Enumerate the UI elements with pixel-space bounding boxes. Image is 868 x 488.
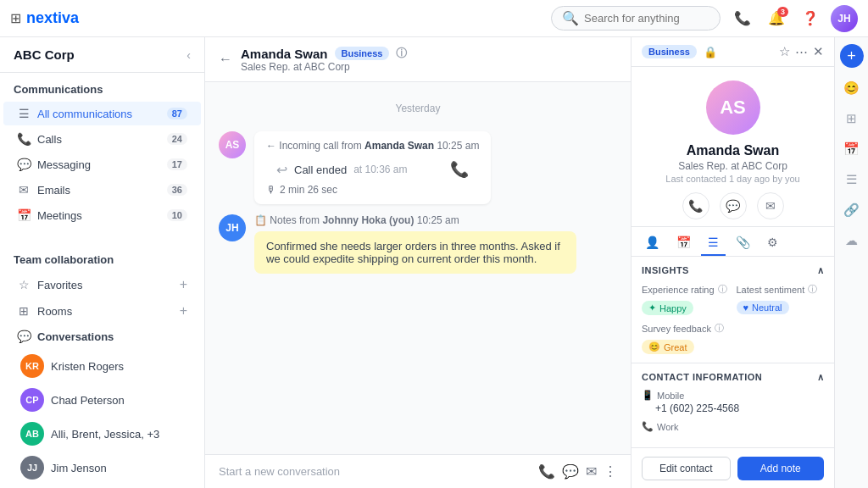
footer-phone-icon[interactable]: 📞	[538, 463, 555, 480]
footer-more-icon[interactable]: ⋮	[604, 463, 617, 480]
contact-full-name: Amanda Swan	[687, 143, 779, 158]
rail-add-btn[interactable]: +	[840, 44, 864, 68]
communications-section-title: Communications	[0, 73, 204, 101]
chat-input-placeholder[interactable]: Start a new conversation	[219, 465, 531, 478]
sidebar: ABC Corp ‹ Communications ☰ All communic…	[0, 37, 205, 488]
call-ended-row: ↩ Call ended at 10:36 am 📞	[266, 155, 479, 184]
sidebar-item-favorites[interactable]: ☆ Favorites +	[3, 272, 201, 297]
close-panel-btn[interactable]: ✕	[813, 44, 824, 59]
info-icon[interactable]: ⓘ	[396, 46, 407, 61]
emails-icon: ✉	[17, 183, 31, 197]
search-input[interactable]	[584, 12, 703, 25]
help-btn[interactable]: ❓	[797, 5, 824, 32]
tab-calendar[interactable]: 📅	[670, 230, 698, 256]
note-bubble: 📋 Notes from Johnny Hoka (you) 10:25 am …	[254, 214, 576, 274]
add-note-btn[interactable]: Add note	[737, 457, 825, 480]
sidebar-item-calls[interactable]: 📞 Calls 24	[3, 127, 201, 151]
more-options-btn[interactable]: ⋯	[795, 44, 808, 59]
user-avatar[interactable]: JH	[831, 5, 858, 32]
rail-table-icon[interactable]: ⊞	[838, 105, 865, 132]
chat-header: ← Amanda Swan Business ⓘ Sales Rep. at A…	[205, 37, 631, 82]
sidebar-item-messaging[interactable]: 💬 Messaging 17	[3, 152, 201, 176]
sentiment-block: Latest sentiment ⓘ ♥ Neutral	[737, 283, 825, 315]
right-panel-header: Business 🔒 ☆ ⋯ ✕	[632, 37, 834, 67]
footer-email-icon[interactable]: ✉	[586, 463, 597, 480]
star-btn[interactable]: ☆	[779, 44, 790, 59]
rooms-label: Rooms	[37, 305, 180, 318]
chad-name: Chad Peterson	[51, 394, 125, 407]
brand-name: nextiva	[26, 9, 79, 27]
sidebar-item-meetings[interactable]: 📅 Meetings 10	[3, 203, 201, 227]
phone-icon-btn[interactable]: 📞	[729, 5, 756, 32]
tab-person[interactable]: 👤	[638, 230, 666, 256]
sidebar-item-emails[interactable]: ✉ Emails 36	[3, 178, 201, 202]
incoming-call-time: 10:25 am	[437, 140, 479, 152]
right-business-badge: Business	[642, 45, 697, 58]
rail-cloud-icon[interactable]: ☁	[838, 227, 865, 254]
conversation-item-group[interactable]: AB Alli, Brent, Jessica, +3	[0, 417, 204, 451]
corp-header[interactable]: ABC Corp ‹	[0, 37, 204, 73]
conversation-item-kristen[interactable]: KR Kristen Rogers	[0, 349, 204, 383]
contact-phone-btn[interactable]: 📞	[682, 192, 709, 219]
back-button[interactable]: ←	[219, 52, 232, 67]
all-comms-count: 87	[167, 108, 187, 119]
corp-name: ABC Corp	[14, 47, 75, 62]
last-contacted: Last contacted 1 day ago by you	[665, 174, 799, 184]
search-icon: 🔍	[562, 10, 579, 26]
mobile-label: 📱 Mobile	[642, 390, 824, 401]
footer-chat-icon[interactable]: 💬	[562, 463, 579, 480]
edit-contact-btn[interactable]: Edit contact	[642, 457, 731, 480]
conversations-icon: 💬	[17, 330, 31, 343]
add-favorite-btn[interactable]: +	[180, 277, 187, 292]
tab-list[interactable]: ☰	[701, 230, 726, 256]
chevron-icon: ‹	[186, 48, 191, 62]
tab-settings[interactable]: ⚙	[760, 230, 785, 256]
emails-count: 36	[167, 184, 187, 196]
sidebar-item-rooms[interactable]: ⊞ Rooms +	[3, 298, 201, 324]
sidebar-item-all-communications[interactable]: ☰ All communications 87	[3, 102, 201, 125]
note-content-bubble: Confirmed she needs larger orders in thr…	[254, 231, 576, 274]
rail-list-icon[interactable]: ☰	[838, 166, 865, 193]
rail-link-icon[interactable]: 🔗	[838, 197, 865, 224]
experience-info-icon: ⓘ	[718, 283, 727, 296]
duration-icon: 🎙	[266, 184, 276, 196]
calls-icon: 📞	[17, 132, 31, 146]
experience-rating-block: Experience rating ⓘ ✦ Happy	[642, 283, 730, 315]
contact-email-btn[interactable]: ✉	[757, 192, 784, 219]
kristen-name: Kristen Rogers	[51, 360, 124, 373]
sentiment-info-icon: ⓘ	[808, 283, 817, 296]
note-row: JH 📋 Notes from Johnny Hoka (you) 10:25 …	[219, 214, 617, 274]
favorites-icon: ☆	[17, 278, 31, 291]
top-navigation: ⊞ nextiva 🔍 📞 🔔 3 ❓ JH	[0, 0, 868, 37]
favorites-label: Favorites	[37, 279, 180, 291]
incoming-call-text: Incoming call from	[279, 140, 361, 152]
conversation-item-jim[interactable]: JJ Jim Jenson	[0, 451, 204, 485]
group-avatar: AB	[20, 422, 44, 446]
mobile-field: 📱 Mobile +1 (602) 225-4568	[642, 390, 824, 414]
search-bar[interactable]: 🔍	[551, 6, 721, 30]
contact-info-chevron: ∧	[817, 372, 825, 383]
insights-title[interactable]: INSIGHTS ∧	[642, 265, 824, 276]
add-room-btn[interactable]: +	[180, 303, 187, 319]
experience-value: ✦ Happy	[642, 301, 693, 315]
conversation-item-chad[interactable]: CP Chad Peterson	[0, 383, 204, 417]
tab-attachment[interactable]: 📎	[729, 230, 757, 256]
survey-label: Survey feedback ⓘ	[642, 322, 824, 335]
incoming-call-meta: ← Incoming call from Amanda Swan 10:25 a…	[266, 140, 479, 152]
contact-chat-btn[interactable]: 💬	[720, 192, 747, 219]
meetings-icon: 📅	[17, 208, 31, 222]
messaging-icon: 💬	[17, 158, 31, 171]
note-from-label: Notes from	[270, 214, 320, 226]
jim-avatar: JJ	[20, 456, 44, 480]
chat-footer: Start a new conversation 📞 💬 ✉ ⋮	[205, 454, 631, 488]
rail-calendar-icon[interactable]: 📅	[838, 136, 865, 163]
rooms-icon: ⊞	[17, 304, 31, 318]
mobile-icon: 📱	[642, 390, 654, 401]
business-badge: Business	[335, 47, 390, 60]
icon-rail: + 😊 ⊞ 📅 ☰ 🔗 ☁	[834, 37, 868, 488]
notification-btn[interactable]: 🔔 3	[763, 5, 790, 32]
insights-section: INSIGHTS ∧ Experience rating ⓘ ✦ Happy L…	[632, 257, 834, 363]
contact-info-title[interactable]: CONTACT INFORMATION ∧	[642, 372, 824, 383]
meetings-label: Meetings	[37, 209, 167, 222]
rail-smiley-icon[interactable]: 😊	[838, 75, 865, 102]
